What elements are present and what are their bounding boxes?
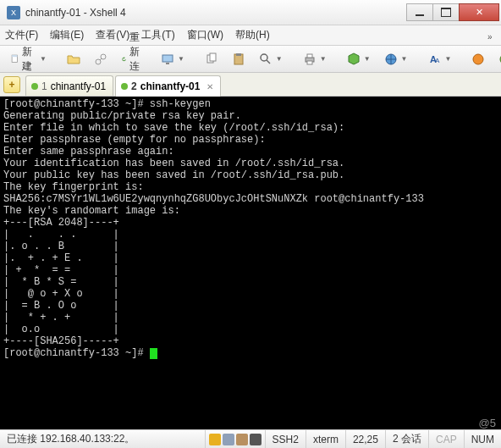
svg-text:A: A [435,57,440,64]
terminal-output[interactable]: [root@chinantfy-133 ~]# ssh-keygen Gener… [0,97,501,445]
link-icon [94,53,107,66]
svg-rect-10 [236,53,241,56]
tab-number: 2 [131,80,137,92]
shell-orange-icon [471,53,485,66]
copy-button[interactable] [200,49,223,69]
terminal-line: |. o . . B | [3,241,119,252]
terminal-line: +----[SHA256]-----+ [3,335,119,347]
printer-icon [303,53,317,66]
terminal-line: |. + . + E . | [3,252,119,264]
status-icon-2 [223,434,234,445]
svg-rect-14 [307,54,312,58]
connected-indicator-icon [31,83,38,90]
link-button[interactable] [89,49,113,69]
status-connection: 已连接 192.168.40.133:22。 [0,430,206,448]
svg-rect-5 [162,55,173,62]
terminal-line: Your public key has been saved in /root/… [3,169,344,181]
terminal-line: | . . . | [3,229,119,241]
terminal-line: | * + . + | [3,312,119,324]
search-button[interactable]: ▼ [254,49,288,69]
tab-label: chinantfy-01 [140,80,201,92]
reconnect-button[interactable]: 重新连接 [116,49,152,69]
tool1-button[interactable] [466,49,490,69]
svg-rect-1 [12,55,17,57]
terminal-line: | o.o | [3,324,119,335]
terminal-line: SHA256:c7MSYr1WL1w6UE2ywqnynhqZG8UObycJc… [3,193,424,205]
status-icon-4 [250,434,262,445]
terminal-line: Enter file in which to save the key (/ro… [3,122,344,134]
status-protocol: SSH2 [266,430,306,448]
menu-bar: 文件(F) 编辑(E) 查看(V) 工具(T) 窗口(W) 帮助(H) [0,25,501,46]
menu-view[interactable]: 查看(V) [96,28,129,42]
svg-rect-6 [166,63,169,64]
terminal-line: | @ o + X o | [3,288,119,300]
terminal-cursor [150,348,157,359]
menu-edit[interactable]: 编辑(E) [50,28,84,42]
tab-close-button[interactable]: ✕ [206,82,213,91]
status-bar: 已连接 192.168.40.133:22。 SSH2 xterm 22,25 … [0,429,501,448]
terminal-line: The key's randomart image is: [3,205,180,217]
maximize-button[interactable] [432,3,460,21]
paste-icon [232,53,245,66]
refresh-icon [121,53,127,66]
status-icon-1 [209,434,221,445]
color2-button[interactable]: ▼ [379,49,413,69]
terminal-line: | * B * S = | [3,276,119,288]
document-icon [10,53,19,66]
terminal-line: Enter same passphrase again: [3,146,174,158]
svg-line-12 [267,60,270,64]
svg-rect-8 [210,53,216,61]
toolbar-overflow[interactable]: » [487,32,498,41]
toolbar: 新建 ▼ 重新连接 ▼ ▼ ▼ ▼ ▼ AA▼ [0,46,501,73]
terminal-line: | = B . O o | [3,300,119,312]
status-cursor-pos: 22,25 [346,430,386,448]
paste-button[interactable] [227,49,250,69]
globe-icon [384,53,398,66]
status-cap-lock: CAP [429,430,465,448]
print-button[interactable]: ▼ [298,49,332,69]
session-tab-1[interactable]: 1 chinantfy-01 [25,75,113,96]
color1-button[interactable]: ▼ [342,49,376,69]
tab-number: 1 [41,80,47,92]
tool2-button[interactable] [493,49,501,69]
terminal-line: | + * = = | [3,264,119,276]
new-session-button[interactable]: 新建 ▼ [5,49,52,69]
open-button[interactable] [62,49,85,69]
font-icon: AA [428,53,442,66]
terminal-line: +---[RSA 2048]----+ [3,217,119,229]
terminal-line: Generating public/private rsa key pair. [3,110,241,122]
new-label: 新建 [22,45,36,74]
svg-rect-15 [307,61,312,64]
terminal-line: Enter passphrase (empty for no passphras… [3,134,266,146]
window-title: chinantfy-01 - Xshell 4 [25,7,407,19]
close-window-button[interactable] [459,3,499,21]
add-tab-button[interactable]: + [3,76,20,93]
search-icon [259,53,273,66]
session-tab-2[interactable]: 2 chinantfy-01 ✕ [115,75,221,97]
minimize-button[interactable] [406,3,433,21]
cube-green-icon [347,53,361,66]
tab-bar: + 1 chinantfy-01 2 chinantfy-01 ✕ [0,73,501,97]
status-num-lock: NUM [465,430,501,448]
svg-point-19 [473,54,483,64]
menu-file[interactable]: 文件(F) [5,28,38,42]
terminal-line: [root@chinantfy-133 ~]# [3,347,150,359]
terminal-line: The key fingerprint is: [3,181,144,193]
menu-window[interactable]: 窗口(W) [187,28,223,42]
connected-indicator-icon [121,83,128,90]
status-sessions: 2 会话 [386,430,429,448]
status-icon-3 [236,434,248,445]
terminal-line: [root@chinantfy-133 ~]# ssh-keygen [3,98,211,110]
titlebar: X chinantfy-01 - Xshell 4 [0,0,501,25]
font-button[interactable]: AA▼ [423,49,457,69]
status-term-type: xterm [306,430,346,448]
profile-button[interactable]: ▼ [156,49,190,69]
svg-line-4 [100,58,102,60]
tab-label: chinantfy-01 [51,80,106,92]
monitor-icon [161,53,174,66]
status-icons [206,430,266,448]
terminal-line: Your identification has been saved in /r… [3,158,344,169]
menu-help[interactable]: 帮助(H) [235,28,270,42]
folder-icon [67,53,80,66]
svg-point-11 [261,54,267,61]
